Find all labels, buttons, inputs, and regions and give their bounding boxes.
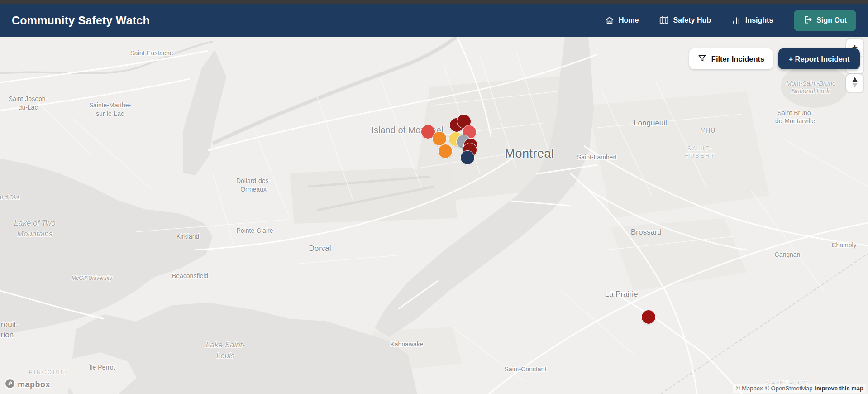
map-label: reuil- — [1, 320, 18, 329]
sign-out-label: Sign Out — [816, 16, 847, 24]
map-label: Kirkland — [176, 233, 200, 240]
map-label: Lake Saint- — [206, 341, 245, 349]
logout-icon — [803, 15, 812, 26]
attribution-mapbox-link[interactable]: © Mapbox — [736, 385, 763, 392]
report-incident-button[interactable]: + Report Incident — [778, 48, 860, 69]
bar-chart-icon — [732, 16, 741, 25]
compass-control[interactable] — [846, 74, 863, 92]
map-label: Île Perrot — [89, 364, 115, 371]
nav-item-label: Home — [619, 16, 639, 24]
map-label: Lake of Two — [14, 219, 55, 227]
nav-item-label: Safety Hub — [673, 16, 711, 24]
incident-marker[interactable] — [433, 132, 446, 145]
incident-marker[interactable] — [461, 151, 474, 164]
incident-marker[interactable] — [439, 144, 452, 158]
nav-item-label: Insights — [745, 16, 773, 24]
map-label: Saint-Joseph- — [9, 95, 48, 102]
map-label: Saint-Lambert — [577, 154, 617, 161]
map-label: Longueuil — [634, 119, 667, 127]
nav-item-home[interactable]: Home — [605, 16, 639, 25]
window-chrome-strip — [0, 0, 868, 4]
mapbox-logo[interactable]: mapbox — [5, 378, 50, 391]
map-label: Montreal — [505, 147, 554, 160]
map-label: YHU — [701, 127, 716, 134]
map-label: Saint-Eustache — [130, 49, 173, 57]
map-label: PINCOURT — [29, 369, 68, 375]
map-canvas[interactable]: Saint-EustacheSaint-Joseph-du-LacSainte-… — [0, 37, 868, 394]
map-label: Chambly — [831, 241, 856, 249]
mapbox-pin-icon — [5, 378, 15, 391]
map-label: de-Montarville — [775, 117, 815, 125]
map-label: Saint-Constant — [505, 365, 547, 373]
main-nav: Home Safety Hub Insights Sign Out — [605, 10, 856, 31]
map-label: Kahnawake — [390, 341, 423, 348]
map-label: Dollard-des- — [236, 177, 271, 184]
sign-out-button[interactable]: Sign Out — [794, 10, 856, 31]
report-incident-label: + Report Incident — [788, 55, 849, 63]
map-label: Mont-Saint-Bruno — [786, 80, 836, 87]
map-label: Pointe-Claire — [237, 227, 273, 234]
map-label: Sainte-Marthe- — [89, 101, 131, 109]
improve-map-link[interactable]: Improve this map — [815, 385, 863, 392]
funnel-icon — [698, 54, 706, 64]
map-label: SAINT- — [687, 145, 713, 152]
map-label: rion — [1, 331, 14, 339]
compass-needle-icon — [850, 77, 860, 90]
incident-marker[interactable] — [642, 310, 655, 324]
map-label: sur-le-Lac — [96, 110, 124, 117]
map-label: Louis — [216, 351, 235, 360]
map-label: Beaconsfield — [172, 272, 208, 279]
map-label: Brossard — [631, 228, 662, 236]
nav-item-safety-hub[interactable]: Safety Hub — [659, 16, 711, 25]
map-label: al d'Oka — [0, 194, 20, 201]
home-icon — [605, 16, 614, 25]
map-label: HUBERT — [685, 153, 715, 159]
app-header: Community Safety Watch Home Safety Hub I… — [0, 4, 868, 37]
attribution-osm-link[interactable]: © OpenStreetMap — [765, 385, 812, 392]
map-label: La Prairie — [605, 290, 638, 298]
map-icon — [659, 16, 668, 25]
map-attribution: © Mapbox © OpenStreetMap Improve this ma… — [733, 384, 866, 393]
filter-incidents-label: Filter Incidents — [711, 55, 764, 63]
map-label: Ormeaux — [240, 186, 267, 193]
map-label: McGill University — [72, 275, 112, 281]
map-container: Saint-EustacheSaint-Joseph-du-LacSainte-… — [0, 37, 868, 394]
app-title: Community Safety Watch — [12, 14, 150, 27]
nav-item-insights[interactable]: Insights — [732, 16, 773, 25]
filter-incidents-button[interactable]: Filter Incidents — [689, 48, 773, 69]
map-label: Mountains — [17, 230, 53, 238]
mapbox-wordmark: mapbox — [18, 380, 50, 389]
map-label: Saint-Bruno- — [777, 109, 813, 116]
map-label: Dorval — [309, 244, 331, 253]
map-label: National Park — [792, 87, 830, 95]
map-label: Carignan — [775, 251, 801, 258]
map-label: du-Lac — [19, 104, 38, 111]
